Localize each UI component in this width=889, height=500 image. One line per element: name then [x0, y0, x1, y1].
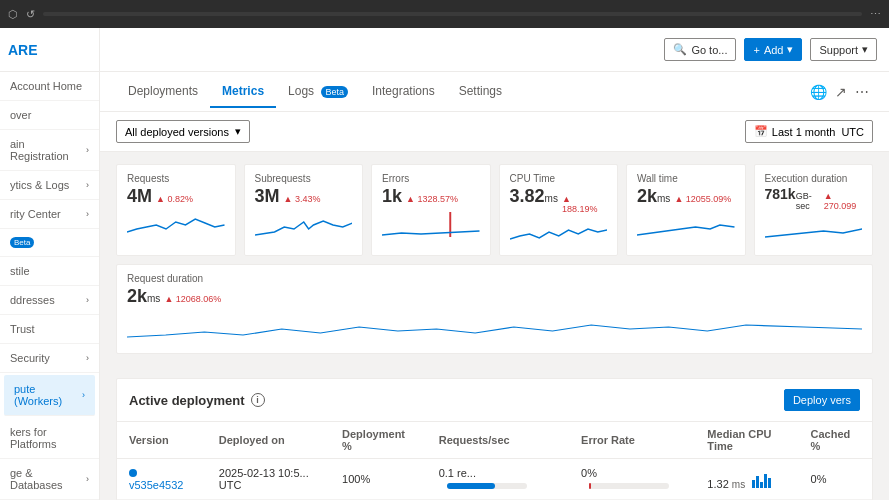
- active-deployment-header: Active deployment i Deploy vers: [117, 379, 872, 422]
- col-deployment-pct: Deployment %: [330, 422, 427, 459]
- sidebar-label: over: [10, 109, 31, 121]
- top-bar: 🔍 Go to... + Add ▾ Support ▾: [100, 28, 889, 72]
- deploy-button[interactable]: Deploy vers: [784, 389, 860, 411]
- chevron-right-icon: ›: [86, 474, 89, 484]
- metrics-section: Requests 4M ▲ 0.82% Subrequests: [100, 152, 889, 378]
- col-version: Version: [117, 422, 207, 459]
- chevron-right-icon: ›: [86, 180, 89, 190]
- active-deployment-section: Active deployment i Deploy vers Version …: [116, 378, 873, 500]
- tab-settings[interactable]: Settings: [447, 76, 514, 108]
- sidebar-item-platforms[interactable]: kers for Platforms: [0, 418, 99, 459]
- more-options-icon[interactable]: ⋯: [851, 80, 873, 104]
- app-logo: ARE: [0, 28, 99, 72]
- sidebar-item-security[interactable]: rity Center ›: [0, 200, 99, 229]
- goto-button[interactable]: 🔍 Go to...: [664, 38, 736, 61]
- metric-subrequests: Subrequests 3M ▲ 3.43%: [244, 164, 364, 256]
- plus-icon: +: [753, 44, 759, 56]
- browser-menu[interactable]: ⋯: [870, 8, 881, 21]
- bar: [756, 476, 759, 488]
- sidebar-item-workers[interactable]: pute (Workers) ›: [4, 375, 95, 416]
- sidebar-item-addresses[interactable]: ddresses ›: [0, 286, 99, 315]
- add-button[interactable]: + Add ▾: [744, 38, 802, 61]
- cpu-mini-chart: [752, 468, 771, 488]
- browser-bar: ⬡ ↺ ⋯: [0, 0, 889, 28]
- sidebar-label: Account Home: [10, 80, 82, 92]
- col-median-cpu: Median CPU Time: [695, 422, 798, 459]
- sidebar-item-trust[interactable]: Trust: [0, 315, 99, 344]
- chevron-right-icon: ›: [86, 209, 89, 219]
- globe-icon[interactable]: 🌐: [806, 80, 831, 104]
- page-tabs: Deployments Metrics Logs Beta Integratio…: [100, 72, 889, 112]
- info-icon[interactable]: i: [251, 393, 265, 407]
- cached-cell: 0%: [799, 459, 872, 500]
- sidebar-item-over[interactable]: over: [0, 101, 99, 130]
- deploy-status-dot: [129, 469, 137, 477]
- address-bar[interactable]: [43, 12, 862, 16]
- tab-metrics[interactable]: Metrics: [210, 76, 276, 108]
- tab-deployments[interactable]: Deployments: [116, 76, 210, 108]
- sidebar-item-beta[interactable]: Beta: [0, 229, 99, 257]
- bar: [764, 474, 767, 488]
- sidebar-label: Trust: [10, 323, 35, 335]
- col-requests-sec: Requests/sec: [427, 422, 569, 459]
- time-range-suffix: UTC: [841, 126, 864, 138]
- external-link-icon[interactable]: ↗: [831, 80, 851, 104]
- sidebar-item-analytics[interactable]: ytics & Logs ›: [0, 171, 99, 200]
- sidebar-item-databases[interactable]: ge & Databases ›: [0, 459, 99, 500]
- bar: [760, 482, 763, 488]
- subrequests-sparkline: [255, 207, 353, 237]
- browser-icon: ⬡: [8, 8, 18, 21]
- filters-bar: All deployed versions ▾ 📅 Last 1 month U…: [100, 112, 889, 152]
- sidebar-label: ddresses: [10, 294, 55, 306]
- error-bar: [589, 483, 669, 489]
- deployment-pct-cell: 100%: [330, 459, 427, 500]
- sidebar-label: kers for Platforms: [10, 426, 89, 450]
- error-bar-fill: [589, 483, 591, 489]
- beta-tab-badge: Beta: [321, 86, 348, 98]
- main-content: All deployed versions ▾ 📅 Last 1 month U…: [100, 112, 889, 500]
- tab-logs[interactable]: Logs Beta: [276, 76, 360, 108]
- section-title: Active deployment i: [129, 393, 265, 408]
- chevron-down-icon: ▾: [862, 43, 868, 56]
- time-range-button[interactable]: 📅 Last 1 month UTC: [745, 120, 873, 143]
- version-cell: v535e4532: [117, 459, 207, 500]
- table-row: v535e4532 2025-02-13 10:5... UTC 100% 0.…: [117, 459, 872, 500]
- version-link[interactable]: v535e4532: [129, 479, 183, 491]
- chevron-down-icon: ▾: [787, 43, 793, 56]
- chevron-right-icon: ›: [86, 145, 89, 155]
- sidebar-label: rity Center: [10, 208, 61, 220]
- chevron-down-icon: ▾: [235, 125, 241, 138]
- metric-execution: Execution duration 781k GB-sec ▲ 270.099: [754, 164, 874, 256]
- requests-bar-fill: [447, 483, 495, 489]
- chevron-right-icon: ›: [82, 390, 85, 400]
- sidebar-label: pute (Workers): [14, 383, 82, 407]
- metric-wall-time: Wall time 2k ms ▲ 12055.09%: [626, 164, 746, 256]
- sidebar-item-home[interactable]: Account Home: [0, 72, 99, 101]
- browser-icon2: ↺: [26, 8, 35, 21]
- beta-badge: Beta: [10, 237, 34, 248]
- exec-sparkline: [765, 211, 863, 241]
- request-duration-card: Request duration 2k ms ▲ 12068.06%: [116, 264, 873, 354]
- time-range-label: Last 1 month: [772, 126, 836, 138]
- sidebar-label: ain Registration: [10, 138, 86, 162]
- sidebar-item-stile[interactable]: stile: [0, 257, 99, 286]
- metric-cpu-time: CPU Time 3.82 ms ▲ 188.19%: [499, 164, 619, 256]
- calendar-icon: 📅: [754, 125, 768, 138]
- tab-integrations[interactable]: Integrations: [360, 76, 447, 108]
- sidebar-item-security2[interactable]: Security ›: [0, 344, 99, 373]
- bar: [768, 478, 771, 488]
- col-error-rate: Error Rate: [569, 422, 695, 459]
- deployment-table: Version Deployed on Deployment % Request…: [117, 422, 872, 500]
- support-button[interactable]: Support ▾: [810, 38, 877, 61]
- median-cpu-cell: 1.32 ms: [695, 459, 798, 500]
- sidebar-label: ytics & Logs: [10, 179, 69, 191]
- metric-requests: Requests 4M ▲ 0.82%: [116, 164, 236, 256]
- col-cached: Cached %: [799, 422, 872, 459]
- metric-errors: Errors 1k ▲ 1328.57%: [371, 164, 491, 256]
- requests-sparkline: [127, 207, 225, 237]
- sidebar-item-main-reg[interactable]: ain Registration ›: [0, 130, 99, 171]
- deployed-on-cell: 2025-02-13 10:5... UTC: [207, 459, 330, 500]
- col-deployed-on: Deployed on: [207, 422, 330, 459]
- version-filter-dropdown[interactable]: All deployed versions ▾: [116, 120, 250, 143]
- bar: [752, 480, 755, 488]
